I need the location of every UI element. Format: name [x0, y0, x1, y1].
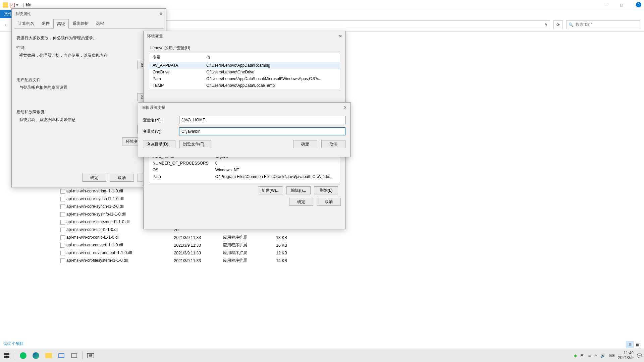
col-value[interactable]: 值: [203, 53, 340, 62]
user-vars-label: Lenovo 的用户变量(U): [150, 45, 339, 51]
table-row[interactable]: PathC:\Users\Lenovo\AppData\Local\Micros…: [149, 75, 340, 82]
profile-title: 用户配置文件: [16, 77, 161, 83]
tray-battery-icon[interactable]: ▭: [588, 353, 591, 358]
file-icon: [60, 235, 65, 240]
notifications-icon[interactable]: 💬: [637, 353, 642, 358]
dialog-title-text: 编辑系统变量: [142, 105, 166, 111]
cancel-button[interactable]: 取消: [110, 174, 134, 182]
taskbar-separator: [15, 352, 15, 360]
minimize-button[interactable]: —: [599, 0, 614, 10]
view-details-icon[interactable]: ☰: [626, 341, 634, 348]
edge-icon[interactable]: [31, 351, 41, 360]
dialog-title-text: 系统属性: [15, 11, 31, 17]
file-icon: [60, 204, 65, 209]
taskbar-clock[interactable]: 11:49 2021/3/9: [618, 351, 634, 360]
var-name-input[interactable]: [179, 116, 345, 124]
table-row[interactable]: api-ms-win-crt-filesystem-l1-1-0.dll2021…: [57, 257, 290, 264]
tray-app-icon[interactable]: ◆: [574, 353, 577, 358]
whiteboard-icon[interactable]: [57, 351, 66, 360]
file-icon: [60, 258, 65, 263]
search-input[interactable]: 🔍 搜索"bin": [566, 20, 640, 29]
tray-wifi-icon[interactable]: ⌔: [595, 353, 597, 358]
dialog-edit-system-variable: 编辑系统变量 ✕ 变量名(N): 变量值(V): 浏览目录(D)... 浏览文件…: [138, 102, 351, 157]
file-icon: [60, 243, 65, 248]
tray-volume-icon[interactable]: 🔊: [600, 353, 605, 358]
browse-file-button[interactable]: 浏览文件(F)...: [179, 140, 211, 148]
folder-icon: [3, 2, 8, 8]
dialog-title[interactable]: 编辑系统变量 ✕: [138, 103, 350, 113]
taskbar-separator: [82, 352, 83, 360]
table-row[interactable]: OSWindows_NT: [149, 167, 340, 173]
file-icon: [60, 220, 65, 225]
qat-dropdown-icon[interactable]: ▾: [16, 3, 21, 7]
status-bar: 122 个项目: [4, 341, 24, 348]
cancel-button[interactable]: 取消: [317, 198, 341, 206]
wechat-icon[interactable]: [18, 351, 28, 360]
tab-hardware[interactable]: 硬件: [38, 19, 53, 28]
table-row[interactable]: OneDriveC:\Users\Lenovo\OneDrive: [149, 69, 340, 75]
maximize-button[interactable]: ▢: [614, 0, 629, 10]
clock-time: 11:49: [618, 351, 634, 355]
user-vars-table[interactable]: 变量 值 AV_APPDATAC:\Users\Lenovo\AppData\R…: [149, 53, 340, 89]
file-icon: [60, 189, 65, 194]
search-placeholder: 搜索"bin": [576, 22, 592, 27]
col-variable[interactable]: 变量: [149, 53, 203, 62]
explorer-icon[interactable]: [44, 351, 53, 360]
ime-icon[interactable]: 拼: [86, 351, 95, 360]
window-title: bin: [26, 3, 31, 7]
search-icon: 🔍: [569, 22, 574, 27]
tray-shield-icon[interactable]: ⛨: [580, 353, 584, 358]
close-icon[interactable]: ✕: [337, 33, 343, 39]
file-icon: [60, 251, 65, 255]
taskbar: 拼 ◆ ⛨ ▭ ⌔ 🔊 ⌨ 11:49 2021/3/9 💬: [0, 349, 644, 362]
view-icons-icon[interactable]: ▦: [634, 341, 641, 348]
table-row[interactable]: NUMBER_OF_PROCESSORS8: [149, 160, 340, 167]
new-button[interactable]: 新建(W)...: [258, 186, 283, 194]
quick-access-toolbar: ✓ ▾: [10, 3, 21, 7]
chevron-down-icon[interactable]: ∨: [545, 22, 548, 27]
nav-back-icon[interactable]: ←: [4, 22, 9, 27]
separator: |: [23, 3, 24, 7]
close-icon[interactable]: ✕: [158, 11, 164, 17]
dialog-title[interactable]: 环境变量 ✕: [144, 31, 345, 41]
cancel-button[interactable]: 取消: [321, 140, 345, 148]
refresh-button[interactable]: ⟳: [553, 20, 563, 29]
help-icon[interactable]: ?: [636, 2, 641, 7]
ok-button[interactable]: 确定: [82, 174, 106, 182]
ok-button[interactable]: 确定: [289, 198, 313, 206]
edit-button[interactable]: 编辑(I)...: [286, 186, 311, 194]
perf-desc: 视觉效果，处理器计划，内存使用，以及虚拟内存: [19, 53, 161, 58]
delete-button[interactable]: 删除(L): [314, 186, 338, 194]
table-row[interactable]: api-ms-win-crt-convert-l1-1-0.dll2021/3/…: [57, 242, 290, 249]
var-value-input[interactable]: [179, 127, 345, 135]
view-toggle[interactable]: ☰ ▦: [626, 341, 641, 348]
dialog-title[interactable]: 系统属性 ✕: [12, 9, 166, 19]
dialog-title-text: 环境变量: [147, 34, 163, 39]
browse-dir-button[interactable]: 浏览目录(D)...: [143, 140, 175, 148]
tab-advanced[interactable]: 高级: [53, 19, 69, 28]
table-row[interactable]: api-ms-win-crt-environment-l1-1-0.dll202…: [57, 249, 290, 256]
tab-system-protection[interactable]: 系统保护: [69, 19, 92, 28]
pc-icon[interactable]: [69, 351, 79, 360]
tab-remote[interactable]: 远程: [92, 19, 108, 28]
profile-desc: 与登录帐户相关的桌面设置: [19, 85, 161, 90]
admin-note: 要进行大多数更改，你必须作为管理员登录。: [16, 35, 161, 41]
tray-ime-icon[interactable]: ⌨: [609, 353, 614, 358]
clock-date: 2021/3/9: [618, 356, 634, 360]
close-icon[interactable]: ✕: [342, 105, 348, 111]
file-icon: [60, 212, 65, 217]
var-name-label: 变量名(N):: [143, 117, 179, 123]
ok-button[interactable]: 确定: [293, 140, 317, 148]
start-button[interactable]: [2, 351, 11, 360]
tab-computer-name[interactable]: 计算机名: [14, 19, 38, 28]
system-properties-tabs: 计算机名 硬件 高级 系统保护 远程: [14, 19, 163, 28]
checkbox-icon[interactable]: ✓: [10, 3, 15, 7]
table-row[interactable]: PathC:\Program Files\Common Files\Oracle…: [149, 173, 340, 180]
table-row[interactable]: TEMPC:\Users\Lenovo\AppData\Local\Temp: [149, 82, 340, 89]
file-icon: [60, 228, 65, 232]
table-row[interactable]: api-ms-win-crt-conio-l1-1-0.dll2021/3/9 …: [57, 234, 290, 241]
var-value-label: 变量值(V):: [143, 129, 179, 134]
perf-title: 性能: [16, 45, 161, 51]
file-icon: [60, 197, 65, 201]
table-row[interactable]: AV_APPDATAC:\Users\Lenovo\AppData\Roamin…: [149, 62, 340, 69]
